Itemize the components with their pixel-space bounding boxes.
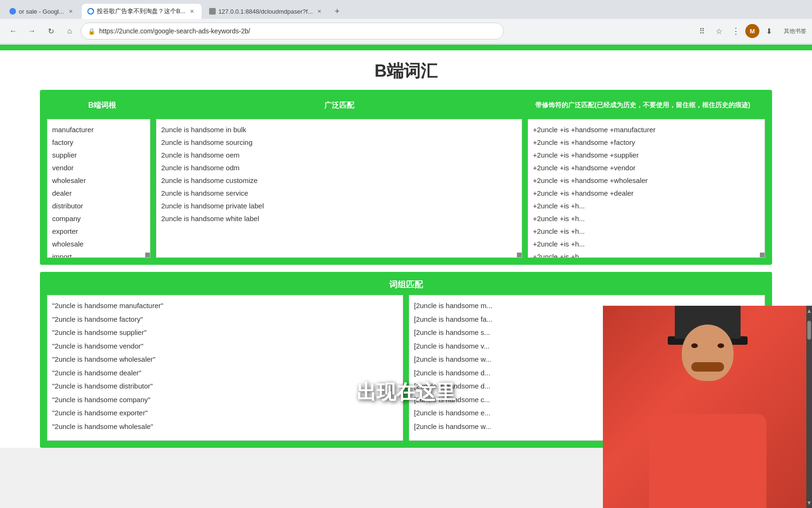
home-button[interactable]: ⌂ <box>62 24 77 39</box>
address-bar[interactable]: 🔒 https://2uncle.com/google-search-ads-k… <box>81 23 504 40</box>
scroll-thumb[interactable] <box>807 321 811 340</box>
col1-item: supplier <box>52 149 145 161</box>
col3-item: +2uncle +is +handsome +supplier <box>533 149 760 161</box>
extra-button[interactable]: ⬇ <box>761 24 776 39</box>
col3-resize[interactable] <box>760 253 765 257</box>
col1-item: wholesale <box>52 238 145 250</box>
tab-1[interactable]: or sale - Googl... ✕ <box>4 4 80 19</box>
col1-item: dealer <box>52 187 145 199</box>
col1-item: import <box>52 250 145 258</box>
col1-item: exporter <box>52 225 145 238</box>
new-tab-button[interactable]: + <box>331 5 344 18</box>
phrase-left-item: "2uncle is handsome manufacturer" <box>52 299 398 313</box>
phrase-left-item: "2uncle is handsome supplier" <box>52 326 398 340</box>
col1-item: manufacturer <box>52 123 145 136</box>
col3-item: +2uncle +is +handsome +wholesaler <box>533 174 760 187</box>
address-text: https://2uncle.com/google-search-ads-key… <box>99 27 250 35</box>
nav-right: ⠿ ☆ ⋮ M ⬇ <box>695 24 776 39</box>
phrase-left-item: "2uncle is handsome wholesaler" <box>52 353 398 366</box>
col1-item: vendor <box>52 161 145 174</box>
col3-item: +2uncle +is +handsome +manufacturer <box>533 123 760 136</box>
col1-item: company <box>52 212 145 225</box>
col3-textbox[interactable]: +2uncle +is +handsome +manufacturer +2un… <box>528 119 765 258</box>
phrase-left-box[interactable]: "2uncle is handsome manufacturer" "2uncl… <box>47 295 403 441</box>
col1-item: wholesaler <box>52 174 145 187</box>
col3-item: +2uncle +is +h... <box>533 199 760 212</box>
col2-item: 2uncle is handsome service <box>161 187 517 199</box>
bookmarks-label: 其他书签 <box>784 27 806 35</box>
bookmark-button[interactable]: ☆ <box>711 24 726 39</box>
webcam-scrollbar[interactable]: ▲ ▼ <box>806 306 812 508</box>
col2-textbox[interactable]: 2uncle is handsome in bulk 2uncle is han… <box>156 119 522 258</box>
phrase-left-item: "2uncle is handsome vendor" <box>52 340 398 353</box>
green-bar-top <box>0 45 812 50</box>
tab-1-close[interactable]: ✕ <box>67 8 74 15</box>
settings-button[interactable]: ⋮ <box>728 24 743 39</box>
tab-3[interactable]: 127.0.0.1:8848/dcloudmdpaser?f... ✕ <box>203 4 329 19</box>
extensions-button[interactable]: ⠿ <box>695 24 710 39</box>
browser-chrome: or sale - Googl... ✕ 投谷歌广告拿不到淘盘？这个B... ✕… <box>0 0 812 45</box>
phrase-left-item: "2uncle is handsome company" <box>52 393 398 407</box>
col2-item: 2uncle is handsome customize <box>161 174 517 187</box>
profile-button[interactable]: M <box>745 24 759 38</box>
col1-header: B端词根 <box>47 97 157 114</box>
main-section: B端词根 广泛匹配 带修饰符的广泛匹配(已经成为历史，不要使用，留住框，框住历史… <box>40 90 772 265</box>
col3-item: +2uncle +is +h... <box>533 225 760 238</box>
scroll-down[interactable]: ▼ <box>804 498 812 508</box>
col3-header: 带修饰符的广泛匹配(已经成为历史，不要使用，留住框，框住历史的痕迹) <box>521 97 765 114</box>
col1-textbox[interactable]: manufacturer factory supplier vendor who… <box>47 119 150 258</box>
col2-item: 2uncle is handsome in bulk <box>161 123 517 136</box>
tab-2-icon <box>87 8 94 15</box>
col2-item: 2uncle is handsome oem <box>161 149 517 161</box>
tab-3-close[interactable]: ✕ <box>316 8 323 15</box>
person-head <box>682 325 734 381</box>
phrase-left-item: "2uncle is handsome dealer" <box>52 366 398 380</box>
tab-3-icon <box>209 8 216 15</box>
phrase-left-item: "2uncle is handsome distributor" <box>52 380 398 393</box>
col1-resize[interactable] <box>145 253 150 257</box>
col3-item: +2uncle +is +h... <box>533 238 760 250</box>
col2-header: 广泛匹配 <box>157 97 521 114</box>
col3-item: +2uncle +is +handsome +vendor <box>533 161 760 174</box>
right-eye <box>718 343 724 348</box>
phrase-header: 词组匹配 <box>47 279 765 290</box>
col3-item: +2uncle +is +handsome +dealer <box>533 187 760 199</box>
back-button[interactable]: ← <box>6 24 21 39</box>
beard <box>691 362 724 372</box>
left-eye <box>691 343 698 348</box>
tab-2-close[interactable]: ✕ <box>188 8 196 15</box>
phrase-left-item: "2uncle is handsome wholesale" <box>52 420 398 434</box>
tab-2[interactable]: 投谷歌广告拿不到淘盘？这个B... ✕ <box>82 4 202 19</box>
col1-item: distributor <box>52 199 145 212</box>
section-header-row: B端词根 广泛匹配 带修饰符的广泛匹配(已经成为历史，不要使用，留住框，框住历史… <box>47 97 765 114</box>
phrase-left-item: "2uncle is handsome factory" <box>52 313 398 326</box>
face <box>682 325 734 381</box>
col3-item: +2uncle +is +handsome +factory <box>533 136 760 149</box>
col2-item: 2uncle is handsome private label <box>161 199 517 212</box>
col3-item: +2uncle +is +h... <box>533 250 760 258</box>
col1-item: factory <box>52 136 145 149</box>
forward-button[interactable]: → <box>24 24 39 39</box>
lock-icon: 🔒 <box>88 28 95 35</box>
col2-resize[interactable] <box>517 253 522 257</box>
nav-bar: ← → ↻ ⌂ 🔒 https://2uncle.com/google-sear… <box>0 19 812 43</box>
tab-3-label: 127.0.0.1:8848/dcloudmdpaser?f... <box>219 8 313 15</box>
person-body <box>649 414 766 508</box>
tab-2-label: 投谷歌广告拿不到淘盘？这个B... <box>97 7 186 16</box>
reload-button[interactable]: ↻ <box>43 24 58 39</box>
page-title: B端词汇 <box>0 50 812 90</box>
webcam-person: ▲ ▼ <box>603 306 812 508</box>
webcam-overlay: ▲ ▼ <box>603 306 812 508</box>
scroll-up[interactable]: ▲ <box>804 306 812 316</box>
col2-item: 2uncle is handsome odm <box>161 161 517 174</box>
col3-item: +2uncle +is +h... <box>533 212 760 225</box>
phrase-left-item: "2uncle is handsome exporter" <box>52 406 398 420</box>
tab-1-label: or sale - Googl... <box>19 8 64 15</box>
tab-1-icon <box>9 8 16 15</box>
content-row: manufacturer factory supplier vendor who… <box>47 119 765 258</box>
col2-item: 2uncle is handsome sourcing <box>161 136 517 149</box>
tab-bar: or sale - Googl... ✕ 投谷歌广告拿不到淘盘？这个B... ✕… <box>0 0 812 19</box>
col2-item: 2uncle is handsome white label <box>161 212 517 225</box>
